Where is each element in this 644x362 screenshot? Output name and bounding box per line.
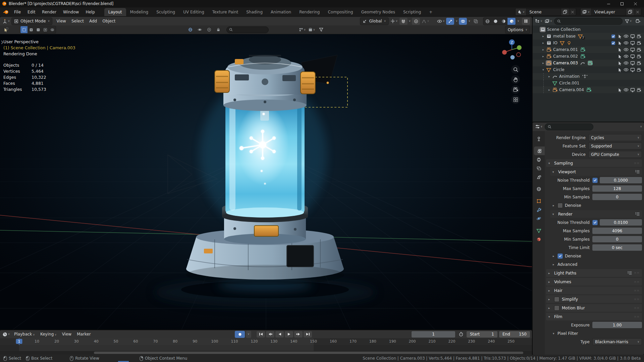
monitor-toggle[interactable] <box>629 88 636 92</box>
new-viewlayer-icon[interactable] <box>626 8 634 15</box>
monitor-toggle[interactable] <box>629 68 636 72</box>
pause-render-button[interactable] <box>522 18 530 25</box>
menu-render[interactable]: Render <box>39 8 60 16</box>
camera-toggle[interactable] <box>636 61 642 65</box>
sphere-icon[interactable] <box>205 26 213 33</box>
render-max-samples-field[interactable]: 4096 <box>592 228 642 234</box>
play-reverse-button[interactable] <box>275 331 284 338</box>
panel-light-paths[interactable]: ▸Light Paths⁙⁙ <box>546 269 642 277</box>
outliner-row-io[interactable]: ▸IO <box>533 40 644 46</box>
snap-settings-chevron[interactable]: ∨ <box>409 20 411 22</box>
expand-icon[interactable]: ▸ <box>547 88 552 92</box>
tab-layout[interactable]: Layout <box>104 8 126 16</box>
viewport-3d[interactable]: User Perspective (1) Scene Collection | … <box>0 34 532 329</box>
viewport-min-samples-field[interactable]: 0 <box>592 194 642 200</box>
filter-funnel-icon[interactable] <box>317 26 325 33</box>
menu-window[interactable]: Window <box>60 8 82 16</box>
tool-search-input[interactable] <box>226 26 269 33</box>
select-mode-set-button[interactable] <box>20 26 28 33</box>
frame-end-field[interactable]: End150 <box>499 331 530 338</box>
subpanel-render[interactable]: ▾Render <box>550 210 642 218</box>
timeline-editor-type-button[interactable]: ∨ <box>2 331 10 338</box>
outliner-search-input[interactable] <box>554 18 623 25</box>
expand-icon[interactable]: ▸ <box>541 41 546 45</box>
outliner-filter-button[interactable]: ∨ <box>624 18 632 25</box>
outliner-row-circle[interactable]: ▾Circle <box>533 66 644 73</box>
gizmo-settings-chevron[interactable]: ∨ <box>455 20 458 22</box>
lock-icon[interactable] <box>214 26 222 33</box>
scene-name[interactable]: Scene <box>527 10 561 14</box>
outliner-row-camera-002[interactable]: ▸Camera.002 <box>533 53 644 60</box>
viewport-menu-object[interactable]: Object <box>100 18 118 24</box>
overlays-settings-chevron[interactable]: ∨ <box>468 20 470 22</box>
orientation-dropdown[interactable]: Global ∨ <box>360 17 388 25</box>
expand-icon[interactable]: ▸ <box>547 75 552 78</box>
properties-tab-physics[interactable] <box>533 214 545 223</box>
toggle-perspective-icon[interactable] <box>511 95 520 104</box>
properties-tab-data[interactable] <box>533 226 545 235</box>
tab-animation[interactable]: Animation <box>267 8 295 16</box>
viewport-denoise-row[interactable]: ▸ Denoise <box>550 201 642 209</box>
pan-hand-icon[interactable] <box>511 75 520 84</box>
time-limit-field[interactable]: 0 sec <box>592 244 642 251</box>
expand-icon[interactable]: ▸ <box>541 55 546 58</box>
next-keyframe-button[interactable] <box>294 331 303 338</box>
collections-visibility-button[interactable]: ∨ <box>308 26 316 33</box>
options-dropdown[interactable]: Options ∨ <box>505 26 530 34</box>
timeline-menu-playback[interactable]: Playback ∨ <box>11 331 38 338</box>
properties-tab-object[interactable] <box>533 197 545 205</box>
view-object-types-button[interactable]: ∨ <box>298 26 306 33</box>
properties-tab-material[interactable] <box>533 235 545 244</box>
properties-tab-viewlayer[interactable] <box>533 164 545 173</box>
current-frame-field[interactable]: 1 <box>412 331 455 338</box>
pointer-toggle[interactable] <box>616 88 623 92</box>
globe-icon[interactable] <box>186 26 194 33</box>
pointer-toggle[interactable] <box>616 34 623 39</box>
camera-toggle[interactable] <box>636 34 642 39</box>
snap-magnet-button[interactable] <box>399 18 408 25</box>
noise-threshold-checkbox[interactable] <box>592 178 598 183</box>
shading-settings-chevron[interactable]: ∨ <box>517 20 519 22</box>
use-preview-range-icon[interactable] <box>457 331 465 338</box>
render-denoise-checkbox[interactable] <box>557 253 563 259</box>
panel-checkbox[interactable] <box>554 305 559 311</box>
viewport-menu-view[interactable]: View <box>54 18 68 24</box>
monitor-toggle[interactable] <box>629 41 636 45</box>
panel-sampling[interactable]: ▾Sampling⁙⁙ <box>546 159 642 167</box>
monitor-toggle[interactable] <box>629 54 636 59</box>
render-min-samples-field[interactable]: 0 <box>592 236 642 242</box>
auto-keying-chevron[interactable]: ∨ <box>246 331 251 338</box>
timeline-menu-view[interactable]: View <box>59 331 74 338</box>
eye-toggle[interactable] <box>623 54 629 58</box>
outliner-row-animation[interactable]: ▸Animation <box>533 73 644 80</box>
expand-icon[interactable]: ▸ <box>541 61 546 65</box>
menu-edit[interactable]: Edit <box>24 8 39 16</box>
viewport-noise-threshold-field[interactable]: 0.1000 <box>600 177 642 183</box>
mode-dropdown[interactable]: Object Mode ∨ <box>11 17 52 25</box>
properties-tab-tool[interactable] <box>533 134 545 143</box>
monitor-toggle[interactable] <box>629 61 636 65</box>
scene-browse-icon[interactable]: ∨ <box>516 8 527 15</box>
close-button[interactable] <box>629 0 642 7</box>
shading-material-button[interactable] <box>499 18 507 25</box>
viewlayer-browse-icon[interactable]: ∨ <box>581 8 592 15</box>
scrollbar-handle[interactable] <box>94 352 523 354</box>
viewport-menu-add[interactable]: Add <box>87 18 100 24</box>
pointer-toggle[interactable] <box>616 41 623 45</box>
outliner-row-metal-base[interactable]: ▸metal base7 <box>533 33 644 40</box>
tab-compositing[interactable]: Compositing <box>324 8 357 16</box>
tab-geometry-nodes[interactable]: Geometry Nodes <box>357 8 399 16</box>
exposure-field[interactable]: 1.00 <box>592 322 642 328</box>
eye-toggle[interactable] <box>623 61 629 65</box>
eye-toggle[interactable] <box>623 41 629 45</box>
check-toggle[interactable] <box>610 41 616 45</box>
orbit-icon[interactable] <box>196 26 204 33</box>
shading-rendered-button[interactable] <box>507 18 516 25</box>
preset-icon[interactable] <box>635 170 640 174</box>
render-engine-dropdown[interactable]: Cycles∨ <box>588 134 642 141</box>
tab-sculpting[interactable]: Sculpting <box>152 8 179 16</box>
properties-options-chevron[interactable]: ∨ <box>640 125 642 128</box>
tab-modeling[interactable]: Modeling <box>126 8 153 16</box>
pointer-toggle[interactable] <box>616 68 623 72</box>
render-noise-threshold-checkbox[interactable] <box>592 220 598 225</box>
